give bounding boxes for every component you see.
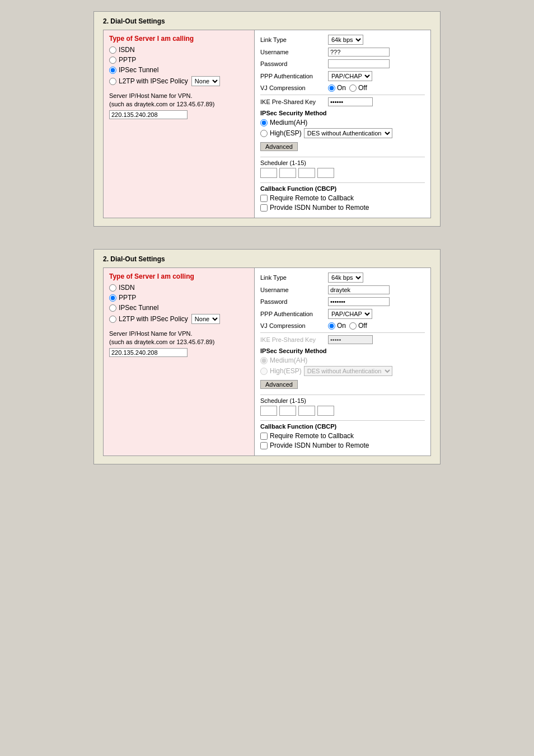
panel1-require-callback-row: Require Remote to Callback (260, 194, 425, 202)
panel2-require-callback-label: Require Remote to Callback (270, 432, 354, 440)
panel2-vj-off-label: Off (358, 322, 367, 330)
panel2-vj-off-radio[interactable] (349, 322, 357, 330)
panel2-pptp-radio[interactable] (109, 294, 116, 302)
panel1-medium-radio[interactable] (260, 119, 268, 126)
panel2-l2tp-label: L2TP with IPSec Policy (119, 315, 188, 323)
panel1-password-input[interactable] (328, 59, 390, 68)
panel2-high-row: High(ESP) DES without Authentication (260, 366, 425, 376)
panel1-isdn-row: ISDN (109, 46, 249, 54)
panel1-vj-on-radio[interactable] (328, 84, 335, 92)
panel1-linktype-select[interactable]: 64k bps (328, 35, 363, 45)
panel1-vj-row: VJ Compression On Off (260, 84, 425, 92)
panel2-pptp-row: PPTP (109, 294, 249, 302)
panel1-ipsec-radio[interactable] (109, 67, 116, 74)
panel2-advanced-button[interactable]: Advanced (260, 380, 298, 389)
panel1-vj-off-label: Off (358, 84, 367, 92)
panel2-high-radio[interactable] (260, 368, 268, 375)
panel2-l2tp-row: L2TP with IPSec Policy None (109, 314, 249, 324)
panel1: 2. Dial-Out Settings Type of Server I am… (93, 11, 441, 227)
panel2-sched4[interactable] (317, 406, 334, 416)
panel2-username-input[interactable] (328, 285, 390, 294)
panel2-divider1 (260, 332, 425, 333)
panel2-inner: Type of Server I am colling ISDN PPTP IP… (103, 267, 431, 456)
panel2-provide-isdn-checkbox[interactable] (260, 442, 268, 449)
panel2-isdn-radio[interactable] (109, 284, 116, 292)
panel1-server-input[interactable] (109, 110, 188, 119)
panel2-linktype-row: Link Type 64k bps (260, 273, 425, 283)
panel2-isdn-row: ISDN (109, 284, 249, 292)
panel1-isdn-label: ISDN (119, 46, 135, 54)
panel1-left-header: Type of Server I am calling (109, 35, 249, 43)
panel2-sched3[interactable] (298, 406, 315, 416)
panel1-divider3 (260, 182, 425, 183)
panel1-username-input[interactable] (328, 48, 390, 57)
panel2-ike-row: IKE Pre-Shared Key (260, 335, 425, 344)
panel1-l2tp-select[interactable]: None (191, 76, 220, 86)
panel1-pptp-radio[interactable] (109, 57, 116, 64)
panel1-l2tp-radio[interactable] (109, 78, 116, 85)
panel1-ipsec-label: IPSec Tunnel (119, 66, 158, 74)
panel2-vj-label: VJ Compression (260, 322, 325, 329)
panel1-vj-off-radio[interactable] (349, 84, 357, 92)
panel1-password-row: Password (260, 59, 425, 68)
panel2-scheduler-label: Scheduler (1-15) (260, 397, 425, 404)
panel2-require-callback-checkbox[interactable] (260, 433, 268, 440)
panel1-divider2 (260, 157, 425, 157)
panel1-high-radio[interactable] (260, 130, 268, 137)
panel1-sched1[interactable] (260, 168, 277, 178)
panel1-left: Type of Server I am calling ISDN PPTP IP… (104, 30, 255, 218)
panel2-username-label: Username (260, 287, 325, 293)
panel1-high-label: High(ESP) (270, 129, 302, 137)
panel1-vj-on-label: On (337, 84, 346, 92)
panel2-l2tp-select[interactable]: None (191, 314, 220, 324)
panel1-sched2[interactable] (279, 168, 296, 178)
panel2-sched2[interactable] (279, 406, 296, 416)
panel2-pppauth-row: PPP Authentication PAP/CHAP (260, 309, 425, 319)
panel1-require-callback-checkbox[interactable] (260, 195, 268, 202)
panel2-vj-row: VJ Compression On Off (260, 322, 425, 330)
panel1-linktype-label: Link Type (260, 36, 325, 43)
panel1-des-select[interactable]: DES without Authentication (304, 128, 392, 138)
panel1-provide-isdn-checkbox[interactable] (260, 204, 268, 212)
panel1-require-callback-label: Require Remote to Callback (270, 194, 354, 202)
panel2-username-row: Username (260, 285, 425, 294)
panel2-password-input[interactable] (328, 297, 390, 306)
panel1-medium-row: Medium(AH) (260, 119, 425, 126)
panel2-sched1[interactable] (260, 406, 277, 416)
panel1-ike-label: IKE Pre-Shared Key (260, 98, 325, 105)
panel1-server-label: Server IP/Host Name for VPN. (such as dr… (109, 92, 249, 109)
panel1-provide-isdn-label: Provide ISDN Number to Remote (270, 204, 369, 212)
panel2-right: Link Type 64k bps Username Password PPP … (255, 268, 430, 456)
panel2-ipsec-radio[interactable] (109, 304, 116, 312)
panel2-pppauth-select[interactable]: PAP/CHAP (328, 309, 372, 319)
panel1-username-row: Username (260, 48, 425, 57)
panel2-provide-isdn-label: Provide ISDN Number to Remote (270, 442, 369, 449)
panel1-ike-input[interactable] (328, 97, 373, 106)
panel1-sched4[interactable] (317, 168, 334, 178)
panel1-ipsec-row: IPSec Tunnel (109, 66, 249, 74)
panel1-pppauth-select[interactable]: PAP/CHAP (328, 71, 372, 81)
panel2: 2. Dial-Out Settings Type of Server I am… (93, 249, 441, 464)
panel2-pptp-label: PPTP (119, 294, 136, 302)
panel1-scheduler-inputs (260, 168, 425, 178)
panel1-vj-label: VJ Compression (260, 84, 325, 91)
panel1-callback-title: Callback Function (CBCP) (260, 185, 425, 192)
panel2-des-select[interactable]: DES without Authentication (304, 366, 392, 376)
panel2-medium-radio[interactable] (260, 357, 268, 364)
panel2-high-label: High(ESP) (270, 367, 302, 375)
panel1-right: Link Type 64k bps Username Password PPP … (255, 30, 430, 218)
panel2-ipsec-label: IPSec Tunnel (119, 304, 158, 312)
panel2-server-input[interactable] (109, 348, 188, 357)
panel2-vj-on-radio[interactable] (328, 322, 335, 330)
panel1-advanced-button[interactable]: Advanced (260, 142, 298, 151)
panel1-provide-isdn-row: Provide ISDN Number to Remote (260, 204, 425, 212)
panel2-server-label: Server IP/Host Name for VPN. (such as dr… (109, 330, 249, 347)
panel2-l2tp-radio[interactable] (109, 316, 116, 323)
panel2-linktype-select[interactable]: 64k bps (328, 273, 363, 283)
panel1-isdn-radio[interactable] (109, 46, 116, 54)
panel1-username-label: Username (260, 49, 325, 55)
panel1-high-row: High(ESP) DES without Authentication (260, 128, 425, 138)
panel1-sched3[interactable] (298, 168, 315, 178)
panel1-l2tp-row: L2TP with IPSec Policy None (109, 76, 249, 86)
panel2-ike-input[interactable] (328, 335, 373, 344)
